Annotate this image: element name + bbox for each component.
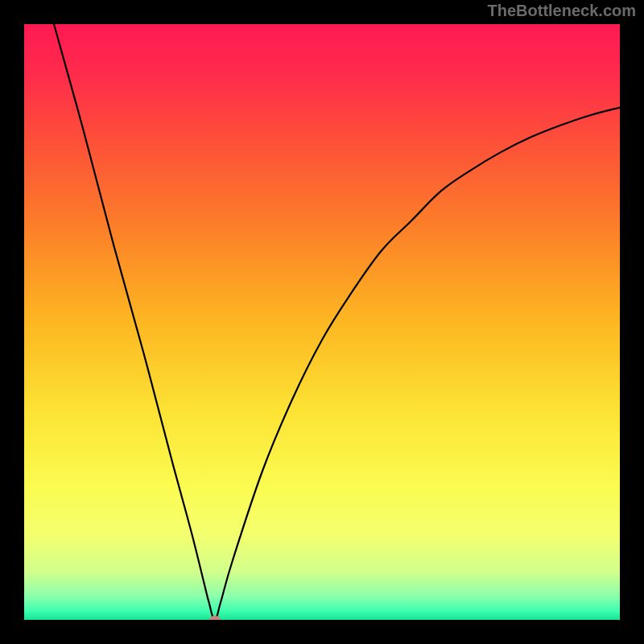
bottleneck-curve <box>24 24 620 620</box>
plot-area <box>24 24 620 620</box>
chart-container: TheBottleneck.com <box>0 0 644 644</box>
watermark-text: TheBottleneck.com <box>488 2 636 20</box>
minimum-marker <box>209 616 221 620</box>
